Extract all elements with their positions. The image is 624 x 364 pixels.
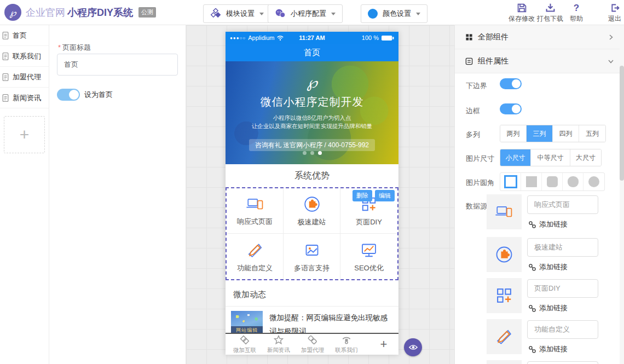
columns-label: 多列 [466, 130, 480, 140]
news-headline: 微加提醒：网页编辑应避免出现敏感词与极限词 [269, 311, 393, 333]
columns-option-3-active[interactable]: 三列 [527, 125, 553, 142]
radius-option-medium[interactable] [563, 173, 583, 190]
news-section-header[interactable]: 微加动态 [226, 284, 398, 307]
module-settings-dropdown[interactable]: 模块设置 [203, 4, 271, 23]
image-size-label: 图片尺寸 [466, 154, 494, 164]
download-icon [545, 3, 556, 13]
tab-contact[interactable]: 联系我们 [330, 334, 363, 355]
tags-icon [307, 334, 318, 345]
banner-component[interactable]: ℘ 微信小程序定制开发 小程序以微信8亿用户为切入点 让企业以及商家在短时间里实… [226, 61, 398, 164]
panel-scrollbar-thumb[interactable] [620, 66, 624, 181]
feature-cell-responsive[interactable]: 响应式页面 [227, 188, 284, 234]
add-page-button[interactable]: + [4, 116, 45, 153]
feature-cell-multilang[interactable]: 多语言支持 [284, 234, 340, 279]
component-props-header[interactable]: 组件属性 [455, 49, 624, 73]
datasource-label: 数据源 [466, 201, 487, 211]
module-settings-label: 模块设置 [226, 9, 255, 19]
chain-icon [528, 263, 536, 271]
datasource-icon-tile [487, 194, 522, 229]
datasource-title-input[interactable] [527, 279, 598, 298]
radius-option-none[interactable] [521, 173, 542, 190]
tab-agent[interactable]: 加盟代理 [296, 334, 330, 355]
responsive-page-icon [494, 203, 515, 221]
preview-eye-button[interactable] [404, 338, 422, 356]
properties-panel: 全部组件 组件属性 下边界 边框 多列 两列 三列 四列 五列 图片尺寸 小尺寸… [454, 25, 624, 364]
tab-label: 新闻资讯 [267, 346, 290, 354]
tab-add-button[interactable]: + [371, 334, 396, 355]
delete-button[interactable]: 删除 [353, 190, 372, 201]
dot-active [318, 151, 322, 155]
save-label: 保存修改 [507, 14, 536, 24]
page-title-label: *页面标题 [58, 43, 91, 53]
datasource-title-input[interactable] [527, 320, 598, 339]
sidebar-item-news[interactable]: 新闻资讯 [0, 88, 49, 108]
app-title-bold: 小程序DIY系统 [67, 6, 133, 19]
list-icon [465, 57, 473, 66]
feature-label: 多语言支持 [294, 263, 330, 273]
tab-news[interactable]: 新闻资讯 [262, 334, 296, 355]
feature-cell-seo[interactable]: SEO优化 [340, 234, 397, 279]
color-settings-dropdown[interactable]: 颜色设置 [361, 4, 427, 23]
image-radius-options [500, 172, 605, 191]
chevron-down-icon [416, 13, 420, 15]
radius-swatch [588, 176, 599, 187]
sidebar-item-home[interactable]: 首页 [0, 25, 49, 46]
set-home-toggle[interactable] [57, 89, 80, 101]
feature-label: 响应式页面 [237, 217, 273, 227]
edit-button[interactable]: 编辑 [375, 190, 395, 201]
banner-cta-button[interactable]: 咨询有礼 送官网小程序 / 400-0755-992 [249, 139, 375, 151]
page-title-input[interactable] [57, 54, 178, 76]
selected-feature-grid-component[interactable]: 删除 编辑 响应式页面 极速建站 页面DIY [226, 187, 398, 280]
add-link-button[interactable]: 添加链接 [528, 262, 568, 272]
required-mark: * [58, 43, 61, 51]
exit-button[interactable]: 退出 [600, 3, 624, 24]
tab-weijia[interactable]: 微加互联 [228, 334, 262, 355]
datasource-item-partial [487, 360, 618, 364]
sidebar-item-contact[interactable]: 联系我们 [0, 46, 49, 67]
datasource-icon-tile [487, 360, 522, 364]
datasource-item-custom: 添加链接 [487, 319, 618, 355]
sidebar-item-agent[interactable]: 加盟代理 [0, 67, 49, 88]
columns-option-4[interactable]: 四列 [553, 125, 579, 142]
radius-option-circle[interactable] [583, 173, 604, 190]
size-option-large[interactable]: 大尺寸 [570, 149, 601, 166]
section-title-band[interactable]: 系统优势 [226, 164, 398, 187]
radius-swatch [504, 175, 517, 188]
size-option-medium[interactable]: 中等尺寸 [531, 149, 570, 166]
size-option-small-active[interactable]: 小尺寸 [500, 149, 531, 166]
add-link-button[interactable]: 添加链接 [528, 303, 568, 313]
sidebar-item-label: 新闻资讯 [13, 93, 41, 103]
datasource-title-input[interactable] [527, 195, 598, 214]
brand: ℘ 企业官网小程序DIY系统 公测 [4, 4, 156, 21]
add-link-label: 添加链接 [539, 262, 568, 272]
save-button[interactable]: 保存修改 [507, 3, 536, 24]
datasource-title-input[interactable] [527, 361, 598, 364]
custom-function-icon [494, 326, 515, 347]
radius-option-small[interactable] [542, 173, 563, 190]
datasource-title-input[interactable] [527, 238, 598, 257]
feature-cell-custom[interactable]: 功能自定义 [227, 234, 284, 279]
all-components-header[interactable]: 全部组件 [455, 25, 624, 49]
border-toggle[interactable] [500, 103, 522, 114]
bottom-border-toggle[interactable] [500, 78, 522, 89]
columns-option-5[interactable]: 五列 [579, 125, 605, 142]
sidebar-item-label: 首页 [13, 31, 27, 41]
feature-cell-fast-build[interactable]: 极速建站 [284, 188, 340, 234]
chevron-down-icon [608, 58, 614, 65]
news-item[interactable]: 网站编辑 微加提醒：网页编辑应避免出现敏感词与极限词 [226, 307, 398, 333]
datasource-item-fast-build: 添加链接 [487, 237, 618, 273]
radius-option-square-selected[interactable] [500, 173, 521, 190]
feature-grid: 响应式页面 极速建站 页面DIY 功能自定义 [227, 188, 397, 279]
app-title-light: 企业官网 [26, 6, 65, 19]
columns-option-2[interactable]: 两列 [500, 125, 527, 142]
miniprogram-config-dropdown[interactable]: 小程序配置 [268, 4, 343, 23]
download-button[interactable]: 打包下载 [535, 3, 565, 24]
phone-nav-bar: 首页 [226, 44, 398, 61]
sidebar-item-label: 加盟代理 [13, 72, 41, 82]
toggle-knob [69, 90, 79, 100]
pages-sidebar: 首页 联系我们 加盟代理 新闻资讯 + [0, 25, 49, 364]
add-link-button[interactable]: 添加链接 [528, 219, 568, 229]
component-props-label: 组件属性 [478, 56, 509, 66]
add-link-button[interactable]: 添加链接 [528, 344, 568, 354]
help-button[interactable]: ? 帮助 [562, 3, 591, 24]
